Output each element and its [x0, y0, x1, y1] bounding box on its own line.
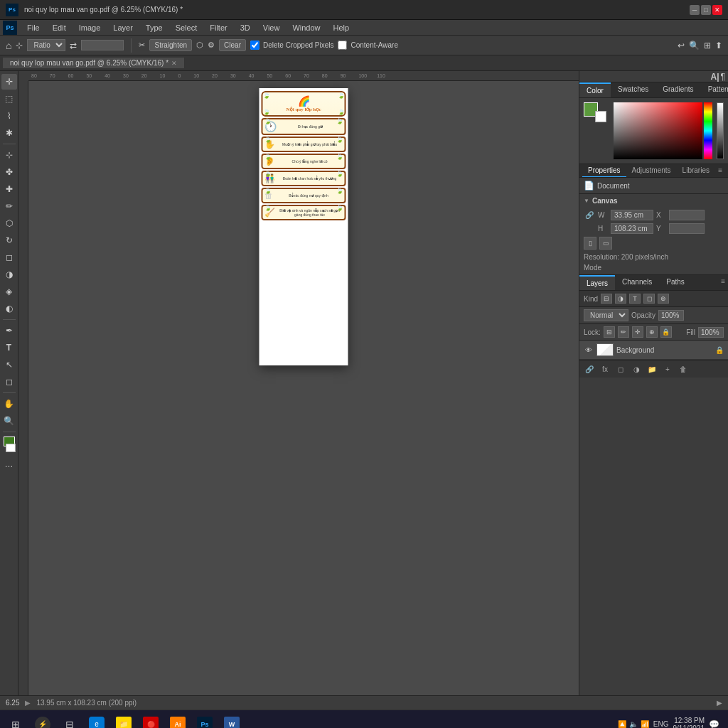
tool-selection[interactable]: ⬚	[1, 91, 17, 107]
color-picker-gradient[interactable]	[614, 102, 712, 159]
menu-3d[interactable]: 3D	[235, 22, 256, 33]
window-controls[interactable]: ─ □ ✕	[690, 5, 722, 15]
status-collapse-btn[interactable]: ▶	[717, 699, 722, 707]
menu-type[interactable]: Type	[140, 22, 168, 33]
lock-transparency[interactable]: ⊟	[604, 326, 615, 338]
kind-filter-pixel[interactable]: ⊟	[601, 294, 612, 304]
kind-filter-type[interactable]: T	[629, 294, 641, 304]
edge-btn[interactable]: e	[84, 712, 109, 729]
tool-brush[interactable]: ✏	[1, 198, 17, 214]
tab-layers[interactable]: Layers	[579, 275, 615, 290]
tool-magic-wand[interactable]: ✱	[1, 125, 17, 141]
kind-filter-adj[interactable]: ◑	[615, 294, 626, 304]
layer-fx-btn[interactable]: fx	[599, 363, 611, 375]
layer-folder-btn[interactable]: 📁	[646, 363, 658, 375]
clear-btn[interactable]: Clear	[219, 39, 246, 51]
lock-link[interactable]: 🔗	[584, 209, 595, 220]
tool-pen[interactable]: ✒	[1, 323, 17, 338]
menu-view[interactable]: View	[257, 22, 286, 33]
layer-adj-btn[interactable]: ◑	[631, 363, 642, 375]
taskview-btn[interactable]: ⊟	[57, 712, 82, 729]
menu-window[interactable]: Window	[287, 22, 326, 33]
active-colors[interactable]	[584, 102, 606, 122]
blend-mode-select[interactable]: Normal	[584, 309, 628, 321]
menu-layer[interactable]: Layer	[107, 22, 139, 33]
sys-tray-area[interactable]: 🔼 🔈 📶	[618, 720, 649, 728]
height-input[interactable]	[611, 223, 653, 234]
photoshop-btn[interactable]: Ps	[192, 712, 218, 729]
tab-properties[interactable]: Properties	[582, 164, 626, 177]
word-btn[interactable]: W	[219, 712, 245, 729]
tool-stamp[interactable]: ⬡	[1, 215, 17, 231]
content-aware-checkbox[interactable]	[338, 41, 347, 50]
tab-adjustments[interactable]: Adjustments	[626, 164, 677, 177]
bg-color-swatch[interactable]	[6, 444, 16, 452]
menu-filter[interactable]: Filter	[204, 22, 232, 33]
layer-new-btn[interactable]: +	[662, 363, 673, 375]
tab-paths[interactable]: Paths	[659, 275, 692, 290]
search-btn-taskbar[interactable]: ⚡	[30, 712, 55, 729]
tool-history[interactable]: ↻	[1, 232, 17, 248]
layer-mask-btn[interactable]: ◻	[615, 363, 626, 375]
share-btn[interactable]: ⬆	[715, 41, 722, 50]
doc-tab[interactable]: noi quy lop mau van go.pdf @ 6.25% (CMYK…	[3, 58, 185, 68]
bg-swatch[interactable]	[595, 111, 606, 122]
opacity-input[interactable]	[658, 310, 684, 321]
menu-edit[interactable]: Edit	[47, 22, 72, 33]
menu-help[interactable]: Help	[328, 22, 355, 33]
tab-libraries[interactable]: Libraries	[677, 164, 715, 177]
start-btn[interactable]: ⊞	[3, 712, 28, 729]
lock-artboard[interactable]: ⊕	[646, 326, 658, 338]
tool-dodge[interactable]: ◐	[1, 301, 17, 316]
tool-extra[interactable]: …	[1, 456, 17, 472]
explorer-btn[interactable]: 📁	[111, 712, 136, 729]
tool-blur[interactable]: ◈	[1, 284, 17, 299]
tool-eraser[interactable]: ◻	[1, 250, 17, 265]
layout-btn[interactable]: ⊞	[704, 41, 711, 50]
tool-zoom[interactable]: 🔍	[1, 413, 17, 429]
layer-visibility-eye[interactable]: 👁	[584, 345, 594, 355]
close-btn[interactable]: ✕	[712, 5, 722, 15]
tool-eyedropper[interactable]: ✤	[1, 164, 17, 180]
lock-paint[interactable]: ✏	[618, 326, 629, 338]
tool-lasso[interactable]: ⌇	[1, 108, 17, 124]
undo-btn[interactable]: ↩	[678, 41, 685, 50]
tab-patterns[interactable]: Patterns	[701, 82, 728, 97]
tab-channels[interactable]: Channels	[615, 275, 659, 290]
tab-color[interactable]: Color	[579, 82, 611, 97]
tool-hand[interactable]: ✋	[1, 396, 17, 412]
straighten-btn[interactable]: Straighten	[149, 39, 192, 51]
tool-text[interactable]: T	[1, 340, 17, 355]
canvas-landscape-icon[interactable]: ▭	[599, 237, 612, 250]
menu-file[interactable]: File	[21, 22, 46, 33]
search-btn[interactable]: 🔍	[689, 41, 700, 50]
notification-btn[interactable]: 💬	[709, 719, 719, 729]
tool-shape[interactable]: ◻	[1, 374, 17, 390]
lock-position[interactable]: ✛	[632, 326, 643, 338]
menu-image[interactable]: Image	[73, 22, 107, 33]
kind-filter-shape[interactable]: ◻	[643, 294, 655, 304]
home-btn[interactable]: ⌂	[6, 40, 11, 51]
tool-move[interactable]: ✛	[1, 74, 17, 90]
x-input[interactable]	[669, 210, 705, 220]
language-indicator[interactable]: ENG	[653, 720, 669, 728]
color-spectrum[interactable]	[704, 102, 712, 159]
layers-panel-menu[interactable]: ≡	[718, 275, 728, 290]
lock-all[interactable]: 🔒	[660, 326, 672, 338]
maximize-btn[interactable]: □	[701, 5, 711, 15]
minimize-btn[interactable]: ─	[690, 5, 700, 15]
menu-select[interactable]: Select	[170, 22, 203, 33]
panel-menu-btn[interactable]: ≡	[715, 164, 725, 177]
tool-gradient[interactable]: ◑	[1, 267, 17, 282]
color-opacity-slider[interactable]	[715, 102, 724, 159]
ratio-select[interactable]: Ratio	[27, 39, 65, 51]
illustrator-btn[interactable]: Ai	[165, 712, 191, 729]
tool-path-select[interactable]: ↖	[1, 357, 17, 373]
fill-input[interactable]	[698, 327, 724, 338]
tool-healing[interactable]: ✚	[1, 181, 17, 197]
tool-crop[interactable]: ⊹	[1, 147, 17, 163]
y-input[interactable]	[669, 223, 705, 234]
width-input[interactable]	[81, 40, 124, 50]
doc-tab-close[interactable]: ✕	[171, 60, 177, 67]
tab-gradients[interactable]: Gradients	[655, 82, 700, 97]
